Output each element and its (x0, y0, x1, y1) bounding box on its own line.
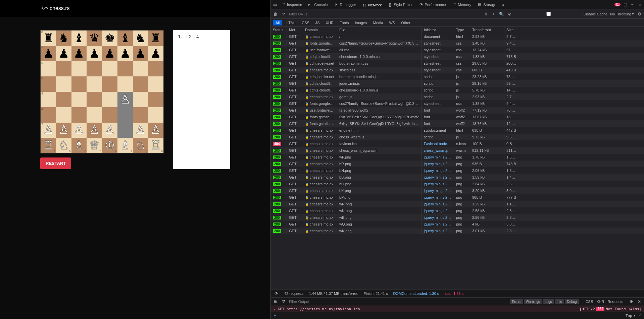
piece-wk[interactable]: ♔ (104, 139, 115, 151)
request-row[interactable]: 200GET🔒cdn.jsdelivr.netbootstrap.min.css… (271, 60, 644, 67)
request-row[interactable]: 200GET🔒chessrs.mc.ax/documenthtml2.93 kB… (271, 33, 644, 40)
square-e7[interactable]: ♟ (102, 46, 117, 61)
square-b6[interactable] (56, 61, 71, 77)
dock-icon[interactable]: ▭ (272, 2, 278, 7)
square-h1[interactable]: ♖h (148, 138, 163, 153)
request-row[interactable]: 200GET🔒fonts.gstatic.com6xK3dSBYKcSV-LCo… (271, 114, 644, 120)
console-prompt[interactable]: » Top ▾ ⌃ (271, 312, 644, 319)
piece-bn[interactable]: ♞ (135, 32, 146, 44)
request-row[interactable]: 200GET🔒chessrs.mc.axwK.pngjquery.min.js:… (271, 228, 644, 234)
piece-bk[interactable]: ♚ (104, 32, 115, 44)
square-h3[interactable] (148, 107, 163, 123)
tab-network[interactable]: ↑↓Network (359, 1, 384, 9)
square-a6[interactable]: 6 (41, 61, 56, 77)
square-g3[interactable] (133, 107, 148, 123)
console-funnel-icon[interactable]: ⧩ (281, 299, 286, 304)
pause-icon[interactable]: ⏸ (483, 11, 488, 17)
console-toggle-requests[interactable]: Requests (608, 300, 623, 304)
filter-fonts[interactable]: Fonts (337, 20, 352, 25)
square-d7[interactable]: ♟ (87, 46, 102, 61)
square-e5[interactable] (102, 76, 117, 92)
request-row[interactable]: 200GET🔒chessrs.mc.axbK.pngjquery.min.js:… (271, 187, 644, 194)
square-e8[interactable]: ♚ (102, 30, 117, 46)
piece-wp[interactable]: ♙ (43, 124, 54, 136)
piece-bp[interactable]: ♟ (120, 48, 131, 60)
square-c4[interactable] (71, 92, 87, 107)
piece-bp[interactable]: ♟ (43, 48, 54, 60)
request-row[interactable]: 200GET🔒use.fontawesom...all.cssstyleshee… (271, 47, 644, 53)
piece-bp[interactable]: ♟ (89, 48, 100, 60)
request-row[interactable]: 200GET🔒cdn.jsdelivr.netbootstrap.bundle.… (271, 73, 644, 80)
console-toggle-css[interactable]: CSS (586, 300, 593, 304)
square-h8[interactable]: ♜ (148, 30, 163, 46)
filter-other[interactable]: Other (398, 20, 413, 25)
square-b5[interactable] (56, 76, 71, 92)
col-status[interactable]: Status (271, 27, 287, 33)
square-b2[interactable]: ♙ (56, 123, 71, 138)
square-a3[interactable]: 3 (41, 107, 56, 123)
piece-wp[interactable]: ♙ (73, 124, 84, 136)
tab-storage[interactable]: ▤Storage (475, 1, 499, 9)
tab-style-editor[interactable]: {}Style Editor (385, 1, 415, 9)
piece-bn[interactable]: ♞ (58, 32, 69, 44)
square-f7[interactable]: ♟ (117, 46, 133, 61)
piece-bp[interactable]: ♟ (135, 48, 146, 60)
square-g5[interactable] (133, 76, 148, 92)
console-filter-warnings[interactable]: Warnings (524, 299, 542, 304)
customize-icon[interactable]: ⋯ (630, 2, 635, 7)
filter-xhr[interactable]: XHR (323, 20, 336, 25)
request-row[interactable]: 200GET🔒chessrs.mc.axbP.pngjquery.min.js:… (271, 194, 644, 201)
request-row[interactable]: 200GET🔒fonts.gstatic.com6xKydSBYKcSV-LCo… (271, 120, 644, 127)
console-trash-icon[interactable]: 🗑 (273, 299, 278, 304)
filter-all[interactable]: All (273, 20, 282, 25)
piece-wp[interactable]: ♙ (104, 124, 115, 136)
square-b4[interactable] (56, 92, 71, 107)
square-c3[interactable] (71, 107, 87, 123)
piece-bb[interactable]: ♝ (73, 32, 84, 44)
piece-bq[interactable]: ♛ (89, 32, 100, 44)
responsive-icon[interactable]: ⬚ (623, 2, 628, 7)
console-close-icon[interactable]: ✕ (637, 299, 642, 304)
request-row[interactable]: 200GET🔒chessrs.mc.axengine.htmlsubdocume… (271, 127, 644, 134)
request-row[interactable]: 200GET🔒chessrs.mc.axwQ.pngjquery.min.js:… (271, 221, 644, 228)
piece-bb[interactable]: ♝ (120, 32, 131, 44)
request-row[interactable]: 200GET🔒use.fontawesom...fa-solid-900.wof… (271, 107, 644, 114)
request-row[interactable]: 200GET🔒chessrs.mc.axbB.pngjquery.min.js:… (271, 174, 644, 181)
square-f5[interactable] (117, 76, 133, 92)
tab-console[interactable]: ▸_Console (305, 1, 330, 9)
network-table[interactable]: Status Method Domain File Initiator Type… (271, 27, 644, 289)
request-row[interactable]: 200GET🔒chessrs.mc.axbQ.pngjquery.min.js:… (271, 181, 644, 187)
piece-wq[interactable]: ♕ (89, 139, 100, 151)
square-g1[interactable]: ♘g (133, 138, 148, 153)
col-type[interactable]: Type (454, 27, 470, 33)
add-icon[interactable]: + (491, 11, 496, 17)
piece-wb[interactable]: ♗ (73, 139, 84, 151)
filter-ws[interactable]: WS (386, 20, 398, 25)
square-f3[interactable] (117, 107, 133, 123)
col-method[interactable]: Method (287, 27, 303, 33)
filter-media[interactable]: Media (370, 20, 386, 25)
console-gear-icon[interactable]: ⚙ (629, 299, 634, 304)
square-f1[interactable]: ♗f (117, 138, 133, 153)
square-f2[interactable] (117, 123, 133, 138)
restart-button[interactable]: RESTART (40, 157, 71, 169)
square-c6[interactable] (71, 61, 87, 77)
request-row[interactable]: 200GET🔒fonts.googleapis....css2?family=S… (271, 100, 644, 107)
request-row[interactable]: 200GET🔒chessrs.mc.axchess_wasm.jsscriptj… (271, 134, 644, 140)
square-e3[interactable] (102, 107, 117, 123)
square-d5[interactable] (87, 76, 102, 92)
request-row[interactable]: 200GET🔒chessrs.mc.axchess_wasm_bg.wasmch… (271, 147, 644, 154)
square-d6[interactable] (87, 61, 102, 77)
piece-bp[interactable]: ♟ (150, 48, 161, 60)
square-b8[interactable]: ♞ (56, 30, 71, 46)
piece-wp[interactable]: ♙ (120, 93, 131, 106)
col-transferred[interactable]: Transferred (470, 27, 504, 33)
square-a7[interactable]: ♟7 (41, 46, 56, 61)
piece-wn[interactable]: ♘ (58, 139, 69, 151)
perf-icon[interactable]: ◔ (274, 291, 279, 296)
console-filter-info[interactable]: Info (555, 299, 564, 304)
request-row[interactable]: 200GET🔒cdnjs.cloudflare.c...jquery.min.j… (271, 80, 644, 87)
piece-wb[interactable]: ♗ (120, 139, 131, 151)
col-file[interactable]: File (337, 27, 422, 33)
square-f4[interactable]: ♙ (117, 92, 133, 107)
